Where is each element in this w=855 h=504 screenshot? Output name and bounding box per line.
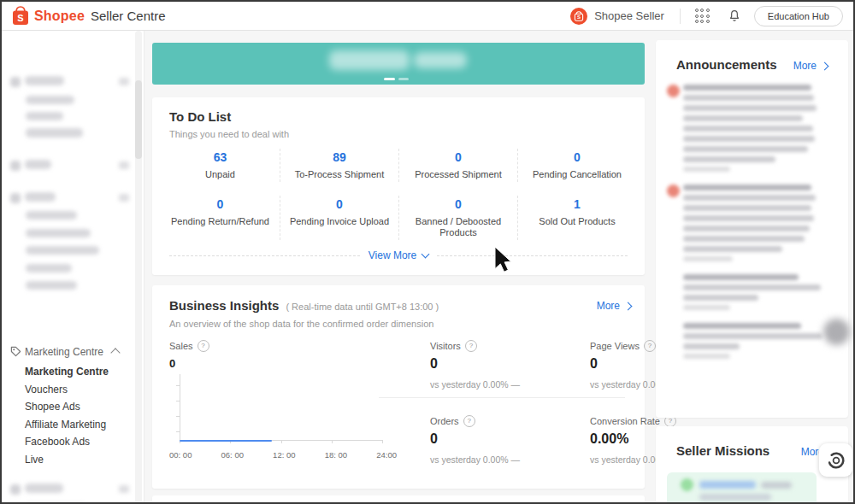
brand-logo[interactable]: S Shopee Seller Centre [11,5,166,26]
dotted-divider [437,255,628,256]
view-more-button[interactable]: View More [369,249,428,261]
top-header: S Shopee Seller Centre S Shopee Seller [2,2,853,31]
floating-assistant-button[interactable] [819,443,852,477]
svg-text:S: S [577,15,581,20]
announcement-alert-icon [667,185,680,197]
metric-label-text: Page Views [590,341,640,351]
announcement-item-redacted[interactable] [683,185,831,261]
sidebar-item-shopee-ads[interactable]: Shopee Ads [25,401,132,413]
stat-value: 0 [404,197,512,211]
next-card-partial [152,495,645,504]
account-menu[interactable]: S Shopee Seller [570,8,664,25]
sales-line-chart: 00: 00 06: 00 12: 00 18: 00 24:00 [169,374,388,460]
stat-value: 89 [286,150,393,164]
stat-label: To-Process Shipment [286,169,393,180]
help-icon[interactable] [463,415,475,427]
sidebar-item-live[interactable]: Live [25,454,132,466]
orders-value: 0 [430,431,575,447]
announcements-card: Announcements More [656,40,848,418]
sidebar-section-marketing-centre[interactable]: Marketing Centre [2,345,134,359]
stat-sold-out-products[interactable]: 1 Sold Out Products [517,196,636,240]
x-tick-label: 24:00 [376,450,397,460]
stat-banned-deboosted-products[interactable]: 0 Banned / Deboosted Products [398,196,517,240]
stat-to-process-shipment[interactable]: 89 To-Process Shipment [280,149,398,182]
carousel-indicator-active[interactable] [384,78,395,80]
sidebar-item-facebook-ads[interactable]: Facebook Ads [25,436,132,448]
stat-value: 0 [404,150,512,164]
sales-series-line [180,440,272,442]
sales-metric-label: Sales [169,340,209,352]
homepage-banner-carousel[interactable] [152,43,645,85]
announcement-item-redacted[interactable] [683,85,831,172]
announcements-title: Announcements [676,57,777,72]
stat-unpaid[interactable]: 63 Unpaid [161,149,280,182]
visitors-value: 0 [430,356,575,372]
shopee-seller-centre-app: S Shopee Seller Centre S Shopee Seller [0,0,855,504]
stat-value: 0 [166,197,274,211]
stat-value: 0 [286,197,393,211]
account-name: Shopee Seller [594,9,664,22]
sales-value: 0 [169,357,175,370]
stat-value: 63 [166,150,274,164]
insights-title: Business Insights [169,298,279,313]
stat-pending-cancellation[interactable]: 0 Pending Cancellation [517,149,636,182]
metric-label-text: Sales [169,341,193,351]
stat-label: Processed Shipment [404,169,512,180]
x-tick-label: 12: 00 [273,450,295,460]
stat-label: Pending Cancellation [523,169,631,180]
notifications-bell-icon[interactable] [728,9,741,24]
orders-delta: vs yesterday 0.00% — [430,454,575,465]
view-more-label: View More [369,249,416,261]
insights-description: An overview of the shop data for the con… [169,319,433,329]
sidebar-scrollbar-thumb[interactable] [135,80,142,159]
todo-subtitle: Things you need to deal with [169,129,289,139]
floating-widget-redacted[interactable] [823,319,850,345]
sidebar-item-vouchers[interactable]: Vouchers [25,384,132,396]
todo-list-card: To Do List Things you need to deal with … [152,97,645,275]
carousel-indicator[interactable] [398,78,409,80]
sidebar-section-label: Marketing Centre [25,346,103,358]
stat-label: Pending Return/Refund [166,216,274,227]
x-tick-label: 00: 00 [169,450,192,460]
chart-y-axis [180,374,180,441]
stat-value: 1 [523,197,631,211]
help-icon[interactable] [198,340,209,352]
stat-pending-invoice-upload[interactable]: 0 Pending Invoice Upload [280,196,398,240]
help-icon[interactable] [644,340,656,352]
sidebar-item-affiliate-marketing[interactable]: Affiliate Marketing [25,419,132,431]
insights-more-link[interactable]: More [597,300,631,312]
stat-label: Sold Out Products [523,216,631,227]
business-insights-card: Business Insights ( Real-time data until… [152,285,645,489]
sidebar-nav: Marketing Centre Marketing Centre Vouche… [2,31,144,504]
product-name: Seller Centre [91,9,166,23]
header-divider [680,9,681,24]
ring-icon [825,449,847,472]
mission-coin-icon [681,478,693,491]
more-label: More [597,300,620,312]
help-icon[interactable] [465,340,477,352]
announcement-alert-icon [667,85,680,97]
stat-label: Pending Invoice Upload [286,216,393,227]
more-label: More [793,60,817,72]
announcement-item-redacted[interactable] [683,323,831,359]
visitors-delta: vs yesterday 0.00% — [430,379,575,390]
education-hub-button[interactable]: Education Hub [754,6,843,26]
chevron-down-icon [422,250,430,259]
metric-label-text: Orders [430,416,459,426]
announcements-more-link[interactable]: More [793,60,828,72]
visitors-metric: Visitors 0 vs yesterday 0.00% — [430,340,575,390]
announcement-item-redacted[interactable] [683,274,831,310]
chart-x-labels: 00: 00 06: 00 12: 00 18: 00 24:00 [169,450,397,460]
stat-processed-shipment[interactable]: 0 Processed Shipment [398,149,517,182]
stat-label: Banned / Deboosted Products [405,216,512,238]
metric-label-text: Conversion Rate [590,416,660,426]
metric-label-text: Visitors [430,341,461,351]
seller-missions-title: Seller Missions [676,443,770,458]
mission-item-redacted[interactable] [667,472,817,504]
tag-icon [10,346,21,357]
apps-grid-icon[interactable] [695,9,710,23]
stat-pending-return-refund[interactable]: 0 Pending Return/Refund [161,196,280,240]
banner-redacted-text [414,52,467,68]
dotted-divider [169,255,360,256]
sidebar-item-marketing-centre[interactable]: Marketing Centre [25,366,132,378]
